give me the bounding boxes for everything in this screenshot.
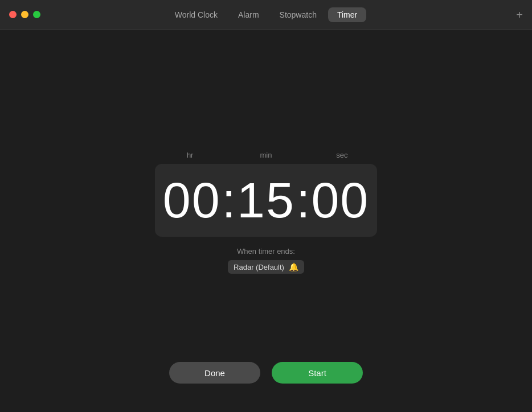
colon-1: : (222, 175, 236, 225)
hours-display[interactable]: 00 (163, 175, 221, 225)
tab-stopwatch[interactable]: Stopwatch (271, 7, 326, 22)
seconds-display[interactable]: 00 (311, 175, 369, 225)
add-button[interactable]: + (516, 9, 523, 20)
timer-section: hr min sec 00 : 15 : 00 When timer ends:… (155, 151, 377, 274)
done-button[interactable]: Done (169, 362, 260, 384)
main-content: hr min sec 00 : 15 : 00 When timer ends:… (0, 30, 532, 412)
start-button[interactable]: Start (272, 362, 363, 384)
time-labels: hr min sec (158, 151, 374, 159)
tab-alarm[interactable]: Alarm (229, 7, 268, 22)
bottom-buttons: Done Start (0, 362, 532, 384)
close-button[interactable] (9, 11, 17, 18)
sound-selector-label: Radar (Default) (234, 263, 284, 271)
label-minutes: min (243, 151, 289, 159)
sound-selector[interactable]: Radar (Default) 🔔 (228, 260, 304, 274)
colon-2: : (296, 175, 310, 225)
timer-display[interactable]: 00 : 15 : 00 (155, 164, 377, 237)
label-hours: hr (167, 151, 213, 159)
tab-bar: World Clock Alarm Stopwatch Timer (166, 7, 366, 22)
when-ends-label: When timer ends: (237, 247, 295, 256)
sound-emoji: 🔔 (289, 262, 298, 271)
minimize-button[interactable] (21, 11, 28, 18)
minutes-display[interactable]: 15 (237, 175, 295, 225)
tab-timer[interactable]: Timer (328, 7, 366, 22)
window-controls (9, 11, 40, 18)
label-seconds: sec (319, 151, 365, 159)
timer-end-section: When timer ends: Radar (Default) 🔔 (228, 247, 304, 274)
titlebar: World Clock Alarm Stopwatch Timer + (0, 0, 532, 30)
tab-world-clock[interactable]: World Clock (166, 7, 227, 22)
maximize-button[interactable] (33, 11, 40, 18)
